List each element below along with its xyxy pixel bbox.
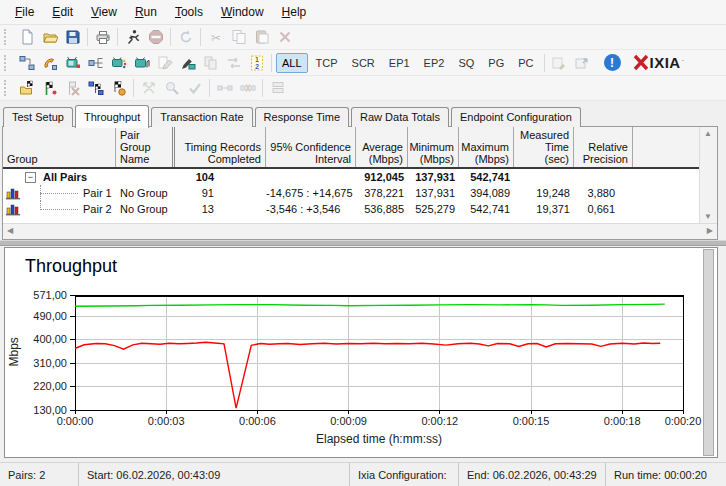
- table-row-pair-2[interactable]: Pair 2No Group13-3,546 : +3,546536,88552…: [3, 201, 700, 217]
- records-cell: 91: [175, 187, 266, 199]
- column-header[interactable]: Maximum (Mbps): [459, 127, 514, 167]
- splitter[interactable]: [0, 240, 726, 246]
- swap-endpoints-button[interactable]: [222, 52, 245, 73]
- add-video-pair-button[interactable]: [61, 52, 84, 73]
- renumber-pairs-button[interactable]: 12: [245, 52, 268, 73]
- view-scr-button[interactable]: SCR: [346, 53, 381, 73]
- swap-arrows-icon: [226, 55, 242, 71]
- column-header[interactable]: Timing Records Completed: [175, 127, 266, 167]
- edit-pair-button[interactable]: [153, 52, 176, 73]
- scroll-down-icon[interactable]: ▼: [704, 213, 712, 221]
- new-file-button[interactable]: [15, 27, 38, 48]
- tab-test-setup[interactable]: Test Setup: [3, 107, 73, 127]
- delete-button[interactable]: [273, 27, 296, 48]
- status-run-time: Run time: 00:00:20: [606, 463, 726, 486]
- svg-text:Elapsed time (h:mm:ss): Elapsed time (h:mm:ss): [316, 432, 442, 446]
- reload-pairs-button[interactable]: [174, 27, 197, 48]
- toolbar-grip: [4, 55, 11, 71]
- pair-chart-icon: [6, 187, 20, 200]
- svg-text:0:00:15: 0:00:15: [513, 415, 550, 427]
- export-results-button[interactable]: [571, 52, 594, 73]
- tab-endpoint-configuration[interactable]: Endpoint Configuration: [451, 107, 581, 127]
- about-info-icon[interactable]: !: [604, 54, 621, 71]
- reload-icon: [178, 29, 194, 45]
- menu-tools[interactable]: Tools: [166, 2, 212, 22]
- scroll-left-icon[interactable]: ◀: [7, 227, 13, 235]
- apply-changes-button[interactable]: [183, 78, 206, 99]
- result-tabs: Test SetupThroughputTransaction RateResp…: [3, 104, 583, 127]
- view-pc-button[interactable]: PC: [512, 53, 539, 73]
- abort-test-button[interactable]: [61, 78, 84, 99]
- add-pair-button[interactable]: [15, 52, 38, 73]
- column-header[interactable]: 95% Confidence Interval: [266, 127, 356, 167]
- view-all-button[interactable]: ALL: [276, 53, 308, 73]
- tab-throughput[interactable]: Throughput: [75, 105, 149, 128]
- svg-text:310,00: 310,00: [33, 357, 67, 369]
- menu-view[interactable]: View: [82, 2, 126, 22]
- stop-test-button[interactable]: [144, 27, 167, 48]
- save-button[interactable]: [61, 27, 84, 48]
- copy-button[interactable]: [227, 27, 250, 48]
- cut-scissors-icon: ✂: [208, 29, 224, 45]
- view-pg-button[interactable]: PG: [482, 53, 510, 73]
- time-cell: 19,248: [514, 187, 574, 199]
- table-row-pair-1[interactable]: Pair 1No Group91-14,675 : +14,675378,221…: [3, 185, 700, 201]
- zoom-results-button[interactable]: [160, 78, 183, 99]
- view-buttons: ALLTCPSCREP1EP2SQPGPC: [275, 53, 541, 73]
- open-test-button[interactable]: [15, 78, 38, 99]
- scroll-right-icon[interactable]: ▶: [707, 227, 713, 235]
- open-file-button[interactable]: [38, 27, 61, 48]
- cut-button[interactable]: ✂: [204, 27, 227, 48]
- table-horizontal-scrollbar[interactable]: ◀ ▶: [3, 223, 717, 239]
- finish-test-button[interactable]: [107, 78, 130, 99]
- column-header[interactable]: Pair Group Name: [116, 127, 175, 167]
- edit-video-settings-button[interactable]: [176, 52, 199, 73]
- table-vertical-scrollbar[interactable]: ▲ ▼: [699, 127, 717, 224]
- add-voip-pair-button[interactable]: [38, 52, 61, 73]
- svg-text:✂: ✂: [210, 31, 220, 45]
- menu-help[interactable]: Help: [273, 2, 316, 22]
- print-button[interactable]: [91, 27, 114, 48]
- view-tcp-button[interactable]: TCP: [310, 53, 344, 73]
- ixia-logo: IXIA´: [633, 54, 685, 71]
- chart-vertical-scrollbar[interactable]: [703, 249, 714, 456]
- link-pairs-button[interactable]: [213, 78, 236, 99]
- column-header[interactable]: Relative Precision: [574, 127, 633, 167]
- column-header[interactable]: Group: [3, 127, 116, 167]
- unlink-pairs-button[interactable]: [236, 78, 259, 99]
- start-test-button[interactable]: [38, 78, 61, 99]
- column-header[interactable]: Measured Time (sec): [514, 127, 574, 167]
- save-results-button[interactable]: [548, 52, 571, 73]
- menu-edit[interactable]: Edit: [43, 2, 82, 22]
- tree-line: [40, 209, 78, 210]
- table-row-all-pairs[interactable]: −All Pairs104912,045137,931542,741: [3, 169, 700, 185]
- view-ep2-button[interactable]: EP2: [418, 53, 451, 73]
- view-ep1-button[interactable]: EP1: [383, 53, 416, 73]
- throughput-chart: 571,00490,00400,00310,00220,00130,000:00…: [5, 248, 717, 457]
- add-multicast-group-button[interactable]: [84, 52, 107, 73]
- menu-file[interactable]: File: [6, 2, 43, 22]
- run-test-button[interactable]: [121, 27, 144, 48]
- run-pairs-button[interactable]: [84, 78, 107, 99]
- collapse-icon[interactable]: −: [25, 172, 36, 183]
- view-sq-button[interactable]: SQ: [452, 53, 480, 73]
- tab-response-time[interactable]: Response Time: [255, 107, 349, 127]
- compare-results-button[interactable]: [137, 78, 160, 99]
- toolbar-separator: [544, 54, 545, 72]
- menu-run[interactable]: Run: [126, 2, 166, 22]
- tab-raw-data-totals[interactable]: Raw Data Totals: [351, 107, 449, 127]
- avg-cell: 912,045: [356, 171, 408, 183]
- magnifier-icon: [164, 80, 180, 96]
- column-header[interactable]: Average (Mbps): [356, 127, 408, 167]
- group-pairs-button[interactable]: [266, 78, 289, 99]
- column-header[interactable]: Minimum (Mbps): [408, 127, 459, 167]
- svg-text:130,00: 130,00: [33, 404, 67, 416]
- paste-button[interactable]: [250, 27, 273, 48]
- tab-transaction-rate[interactable]: Transaction Rate: [151, 107, 252, 127]
- menu-window[interactable]: Window: [212, 2, 273, 22]
- add-vod-pair-button[interactable]: [130, 52, 153, 73]
- copy-pair-button[interactable]: [199, 52, 222, 73]
- scroll-up-icon[interactable]: ▲: [704, 130, 712, 138]
- svg-text:0:00:09: 0:00:09: [330, 415, 367, 427]
- add-video-multicast-button[interactable]: [107, 52, 130, 73]
